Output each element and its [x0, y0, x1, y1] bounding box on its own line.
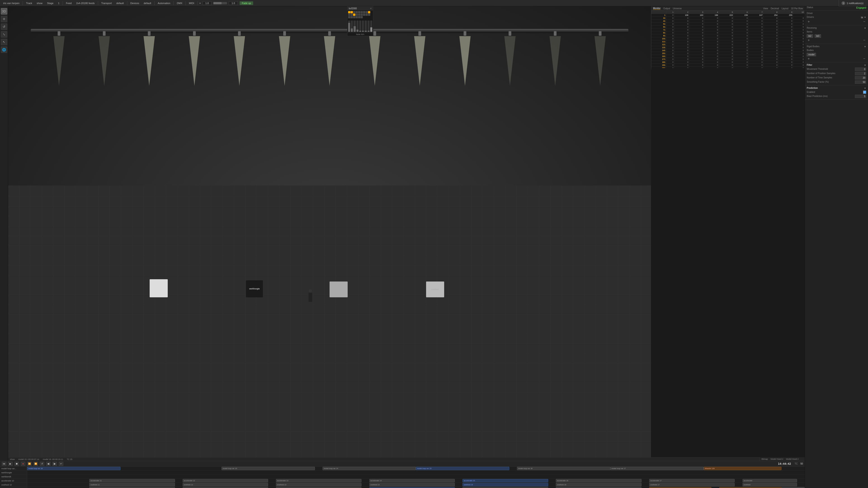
transport-next-marker[interactable]: |▶ — [53, 462, 57, 466]
bcf-btn-24[interactable] — [361, 16, 363, 18]
devices-value[interactable]: default — [143, 1, 153, 5]
bcf-btn-20[interactable] — [350, 16, 353, 18]
dmx-tab-output[interactable]: Output — [663, 7, 670, 10]
stage-object-snelheid[interactable]: snelheid — [426, 282, 444, 297]
dmx-menu[interactable]: DMX — [176, 1, 184, 5]
project-label[interactable]: iris van herpen — [2, 1, 21, 5]
bcf-btn-8[interactable] — [366, 11, 368, 13]
clip-0-0[interactable]: model loop var 18 — [27, 467, 121, 470]
smoothing-input[interactable] — [855, 80, 866, 84]
clip-3-0[interactable]: acceleratie 11 — [89, 479, 175, 482]
bcf-btn-18[interactable] — [368, 13, 370, 16]
clip-4-1[interactable]: snelheid 12 — [183, 483, 268, 486]
clip-3-2[interactable]: acceleratie 13 — [276, 479, 362, 482]
model-tag[interactable]: model — [807, 53, 816, 56]
clip-5-9[interactable]: End — [781, 487, 805, 488]
clip-0-4[interactable]: model loop var 16 — [517, 467, 610, 470]
driver-remove-button[interactable]: − — [862, 20, 866, 24]
bcf-btn-5[interactable] — [358, 11, 360, 13]
clip-5-6[interactable]: Base position — [649, 487, 711, 488]
transport-label[interactable]: Transport — [100, 1, 113, 5]
driver-add-button[interactable]: + — [807, 20, 811, 24]
num-time-input[interactable] — [855, 76, 866, 79]
movement-threshold-input[interactable] — [855, 68, 866, 71]
dmx-tab-universe[interactable]: Universe — [673, 7, 682, 10]
bcf-btn-13[interactable] — [355, 13, 358, 16]
clip-5-1[interactable]: model 13 — [183, 487, 268, 488]
clip-4-3[interactable]: snelheid 14 — [369, 483, 455, 486]
transport-home[interactable]: ↩ — [59, 462, 63, 466]
clip-5-8[interactable]: Einde Finale — [750, 487, 781, 488]
bcf-btn-17[interactable] — [366, 13, 368, 16]
clip-5-7[interactable]: Finale — [719, 487, 750, 488]
num-position-input[interactable] — [855, 72, 866, 75]
bcf-btn-12[interactable] — [353, 13, 355, 16]
tool-globe[interactable]: 🌐 — [1, 46, 7, 53]
bcf-btn-11[interactable] — [350, 13, 353, 16]
transport-prev-marker[interactable]: ◀| — [46, 462, 51, 466]
bcf-slider-3[interactable] — [353, 21, 355, 32]
bcf-btn-14[interactable] — [358, 13, 360, 16]
bcf-btn-2[interactable] — [350, 11, 353, 13]
bcf-btn-7[interactable] — [363, 11, 365, 13]
bcf-btn-19[interactable] — [348, 16, 350, 18]
track-menu[interactable]: Track — [25, 1, 33, 5]
vol1-input[interactable] — [203, 1, 212, 5]
track-content-2[interactable] — [27, 475, 805, 479]
tool-3d[interactable]: 3D — [1, 8, 7, 14]
clip-5-4[interactable]: model 16 — [463, 487, 548, 488]
clip-4-6[interactable]: snelheid 17 — [649, 483, 735, 486]
clip-0-6[interactable]: Waarde 128 — [704, 467, 781, 470]
rigid-bodies-dropdown-icon[interactable]: ▼ — [864, 45, 866, 48]
bt3-tag[interactable]: bt3 — [815, 34, 821, 38]
bcf-btn-6[interactable] — [361, 11, 363, 13]
feed-value[interactable]: 2x4-20180 feeds — [75, 1, 96, 5]
bcf-master-slider[interactable] — [370, 21, 372, 32]
dmx-tab-layout[interactable]: Layout — [782, 7, 788, 10]
clip-5-0[interactable]: model 12 — [89, 487, 175, 488]
track-content-5[interactable]: model 12model 13model 14model 15model 16… — [27, 487, 805, 488]
items-add-button[interactable]: + — [807, 38, 811, 42]
bcf-slider-8[interactable] — [368, 21, 370, 32]
dmx-tab-monitor[interactable]: Monitor — [653, 7, 660, 10]
vol-slider[interactable] — [213, 2, 227, 4]
bcf-btn-3[interactable] — [353, 11, 355, 13]
clip-3-1[interactable]: acceleratie 12 — [183, 479, 268, 482]
stage-object-acceleratie[interactable]: acceleratie — [330, 282, 348, 297]
track-content-4[interactable]: snelheid 11snelheid 12snelheid 13snelhei… — [27, 483, 805, 487]
bcf-slider-7[interactable] — [365, 21, 367, 32]
bodies-add-button[interactable]: + — [807, 57, 811, 61]
dmx-tab-10perrow[interactable]: 10 Per Row — [791, 7, 803, 10]
bcf-close[interactable]: × — [370, 7, 372, 10]
clip-5-2[interactable]: model 14 — [276, 487, 362, 488]
bcf-btn-4[interactable] — [355, 11, 358, 13]
track-content-1[interactable] — [27, 470, 805, 475]
dmx-tab-decimal[interactable]: Decimal — [771, 7, 779, 10]
automation-menu[interactable]: Automation — [156, 1, 172, 5]
bcf-btn-1[interactable] — [348, 11, 350, 13]
feed-label[interactable]: Feed — [65, 1, 73, 5]
bcf-btn-23[interactable] — [358, 16, 360, 18]
stage-menu[interactable]: Stage — [46, 1, 55, 5]
bcf-btn-9[interactable] — [368, 11, 370, 13]
bias-prediction-input[interactable] — [855, 95, 866, 98]
clip-3-3[interactable]: acceleratie 14 — [369, 479, 455, 482]
clip-0-5[interactable]: model loop var 17 — [610, 467, 704, 470]
bcf-btn-10[interactable] — [348, 13, 350, 16]
filter-dropdown-icon[interactable]: ▼ — [864, 64, 866, 66]
bcf-slider-4[interactable] — [356, 21, 359, 32]
tool-move[interactable]: ✛ — [1, 16, 7, 22]
drivers-dropdown[interactable]: bt ▼ — [861, 16, 866, 19]
clip-3-4[interactable]: acceleratie 15 — [463, 479, 548, 482]
show-menu[interactable]: show — [35, 1, 44, 5]
bcf-slider-6[interactable] — [362, 21, 364, 32]
track-content-0[interactable]: model loop var 18model loop var 10model … — [27, 466, 805, 470]
clip-4-7[interactable]: snelheid — [743, 483, 797, 486]
clip-5-5[interactable]: model 17 — [556, 487, 641, 488]
stage-object-werkhoogte[interactable]: werkhoogte — [246, 281, 263, 297]
bt2-tag[interactable]: bt2 — [807, 34, 813, 38]
dmx-tab-view[interactable]: View — [763, 7, 768, 10]
clip-4-0[interactable]: snelheid 11 — [89, 483, 175, 486]
clip-4-5[interactable]: snelheid 16 — [556, 483, 641, 486]
transport-loop[interactable]: ↺ — [40, 462, 44, 466]
